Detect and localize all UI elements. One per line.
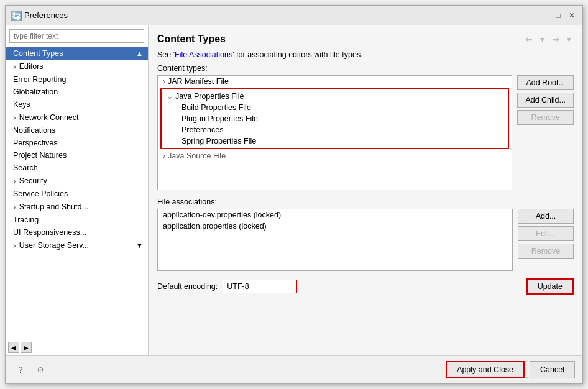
file-assoc-and-buttons: application-dev.properties (locked) appl… [157, 209, 574, 276]
sidebar-item-keys[interactable]: Keys [6, 98, 148, 111]
close-button[interactable]: ✕ [566, 10, 577, 21]
file-assoc-buttons: Add... Edit... Remove [518, 209, 574, 276]
bottom-left-icons: ? ⊙ [13, 362, 48, 377]
description-text: See [157, 50, 173, 59]
sidebar-item-label: User Storage Serv... [19, 241, 89, 250]
bottom-right-buttons: Apply and Close Cancel [446, 361, 575, 378]
tree-item-build-properties[interactable]: Build Properties File [162, 102, 508, 113]
nav-back-button[interactable]: ⬅ [523, 33, 535, 45]
sidebar-item-label: Editors [19, 62, 44, 71]
sidebar-item-label: Startup and Shutd... [19, 203, 88, 211]
nav-dropdown1-button[interactable]: ▾ [538, 33, 547, 45]
sidebar-item-label: Notifications [13, 126, 55, 135]
tree-item-jar-manifest[interactable]: › JAR Manifest File [158, 76, 512, 87]
tree-item-preferences[interactable]: Preferences [162, 124, 508, 135]
nav-buttons: ⬅ ▾ ➡ ▾ [523, 33, 574, 45]
sidebar-bottom: ◀ ▶ [6, 339, 148, 355]
titlebar-left: 🔄 Preferences [11, 11, 68, 21]
tree-item-plugin-properties[interactable]: Plug-in Properties File [162, 113, 508, 124]
content-types-label: Content types: [157, 64, 574, 73]
sidebar-item-service-policies[interactable]: Service Policies [6, 188, 148, 200]
tree-item-java-source[interactable]: › Java Source File [158, 150, 512, 162]
remove-types-button[interactable]: Remove [517, 110, 574, 125]
preferences-window: 🔄 Preferences ─ □ ✕ Content Types ▲ Edit… [5, 5, 583, 384]
update-button[interactable]: Update [526, 278, 574, 295]
sidebar-item-label: Error Reporting [13, 75, 66, 84]
add-child-button[interactable]: Add Child... [517, 93, 574, 108]
sidebar-item-project-natures[interactable]: Project Natures [6, 149, 148, 162]
tree-item-label: Plug-in Properties File [167, 114, 258, 123]
sidebar-item-label: Project Natures [13, 151, 67, 160]
tree-item-java-properties[interactable]: ⌄ Java Properties File [162, 91, 508, 102]
sidebar-item-label: Network Connect [19, 113, 79, 122]
sidebar-forward-button[interactable]: ▶ [21, 342, 32, 353]
sidebar-item-label: UI Responsiveness... [13, 228, 86, 237]
tree-and-buttons: › JAR Manifest File ⌄ Java Properties Fi… [157, 75, 574, 195]
sidebar-item-editors[interactable]: Editors [6, 60, 148, 73]
sidebar-item-security[interactable]: Security [6, 174, 148, 188]
sidebar-item-label: Tracing [13, 216, 39, 224]
sidebar-item-globalization[interactable]: Globalization [6, 86, 148, 98]
sidebar-item-label: Keys [13, 100, 30, 109]
sidebar-item-label: Globalization [13, 88, 58, 96]
edit-assoc-button[interactable]: Edit... [518, 226, 574, 241]
expand-icon: › [163, 77, 165, 86]
file-item-app-props[interactable]: application.properties (locked) [158, 221, 512, 232]
encoding-label: Default encoding: [157, 282, 218, 291]
sidebar-item-label: Perspectives [13, 139, 58, 147]
tree-item-label: Java Properties File [175, 92, 244, 101]
sidebar-scroll-up: ▲ [136, 50, 143, 57]
file-associations-section: File associations: application-dev.prope… [157, 198, 574, 276]
sidebar-item-network-connect[interactable]: Network Connect [6, 111, 148, 124]
selected-group: ⌄ Java Properties File Build Properties … [160, 88, 509, 149]
bottom-bar: ? ⊙ Apply and Close Cancel [6, 355, 582, 383]
add-root-button[interactable]: Add Root... [517, 75, 574, 90]
sidebar-item-content-types[interactable]: Content Types ▲ [6, 47, 148, 60]
cancel-button[interactable]: Cancel [530, 361, 575, 378]
sidebar: Content Types ▲ Editors Error Reporting … [6, 25, 149, 355]
remove-assoc-button[interactable]: Remove [518, 244, 574, 259]
sidebar-item-tracing[interactable]: Tracing [6, 214, 148, 226]
tree-item-label: Java Source File [168, 152, 226, 160]
sidebar-item-perspectives[interactable]: Perspectives [6, 137, 148, 149]
sidebar-scroll-buttons: ◀ ▶ [8, 342, 32, 353]
filter-input[interactable] [9, 29, 144, 43]
content-header: Content Types ⬅ ▾ ➡ ▾ [157, 33, 574, 45]
sidebar-item-label: Security [19, 176, 47, 185]
file-assoc-wrapper: application-dev.properties (locked) appl… [157, 209, 513, 276]
titlebar: 🔄 Preferences ─ □ ✕ [6, 6, 582, 25]
encoding-input[interactable] [223, 280, 297, 293]
sidebar-item-search[interactable]: Search [6, 162, 148, 174]
apply-close-button[interactable]: Apply and Close [446, 361, 525, 378]
minimize-button[interactable]: ─ [539, 10, 550, 21]
sidebar-item-notifications[interactable]: Notifications [6, 124, 148, 137]
sidebar-tree: Content Types ▲ Editors Error Reporting … [6, 47, 148, 339]
tree-item-label: Preferences [167, 126, 223, 134]
sidebar-item-error-reporting[interactable]: Error Reporting [6, 73, 148, 86]
tree-item-spring-properties[interactable]: Spring Properties File [162, 135, 508, 147]
sidebar-scroll-down: ▼ [136, 242, 143, 249]
nav-forward-button[interactable]: ➡ [549, 33, 562, 45]
sidebar-item-ui-responsiveness[interactable]: UI Responsiveness... [6, 226, 148, 239]
app-icon: 🔄 [11, 11, 21, 21]
add-assoc-button[interactable]: Add... [518, 209, 574, 224]
sidebar-back-button[interactable]: ◀ [8, 342, 19, 353]
filter-box [6, 25, 148, 47]
maximize-button[interactable]: □ [553, 10, 564, 21]
expand-icon: › [163, 152, 165, 160]
file-item-app-dev-props[interactable]: application-dev.properties (locked) [158, 209, 512, 221]
file-associations-link[interactable]: 'File Associations' [173, 50, 234, 59]
file-associations-label: File associations: [157, 198, 574, 206]
content-type-buttons: Add Root... Add Child... Remove [517, 75, 574, 195]
content-types-tree[interactable]: › JAR Manifest File ⌄ Java Properties Fi… [157, 75, 512, 190]
help-icon-button[interactable]: ? [13, 362, 28, 377]
file-associations-list[interactable]: application-dev.properties (locked) appl… [157, 209, 513, 271]
tree-item-label: Spring Properties File [167, 137, 256, 145]
main-content: Content Types ▲ Editors Error Reporting … [6, 25, 582, 355]
info-icon-button[interactable]: ⊙ [33, 362, 48, 377]
sidebar-item-user-storage[interactable]: User Storage Serv... ▼ [6, 239, 148, 252]
sidebar-item-label: Service Policies [13, 190, 68, 198]
description: See 'File Associations' for associating … [157, 50, 574, 59]
nav-dropdown2-button[interactable]: ▾ [564, 33, 574, 45]
sidebar-item-startup-shutdown[interactable]: Startup and Shutd... [6, 200, 148, 214]
